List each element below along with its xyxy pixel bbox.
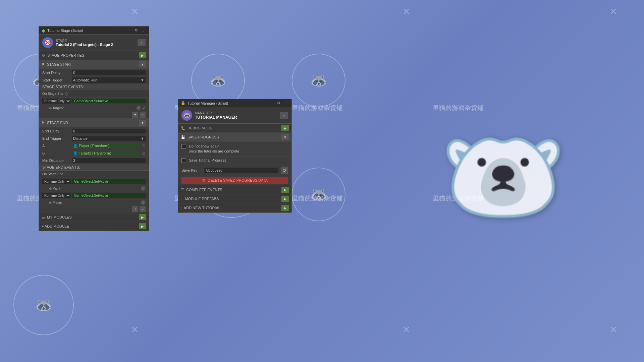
- remove-event-btn-2[interactable]: −: [140, 206, 146, 212]
- stage-end-label: ⚑ STAGE END: [42, 121, 139, 125]
- raccoon-circle-7: 🦝: [13, 275, 74, 335]
- cross-deco-1: ✕: [131, 6, 139, 17]
- b-field-row: B 👤 Target2 (Transform) ⊙: [39, 149, 149, 157]
- b-link-icon: ⊙: [142, 151, 146, 156]
- tm-title: Tutorial Manager (Script): [187, 101, 274, 105]
- delete-btn-row: 🗑 DELETE SAVED PROGRESS DATA: [178, 175, 291, 185]
- end-trigger-row: End Trigger Distance ▼: [39, 135, 149, 142]
- delete-progress-btn[interactable]: 🗑 DELETE SAVED PROGRESS DATA: [181, 177, 288, 184]
- stage-start-toggle-btn[interactable]: ▼: [139, 61, 146, 67]
- cross-deco-2: ✕: [402, 6, 410, 17]
- modules-icon: ☰: [42, 215, 45, 220]
- a-link-icon: ⊙: [142, 143, 146, 148]
- my-modules-run-btn[interactable]: ▶: [139, 214, 146, 220]
- runtime-only-select-2[interactable]: Runtime Only: [42, 179, 71, 184]
- character-area: 🐻‍❄️: [402, 27, 604, 328]
- delete-icon: 🗑: [202, 178, 206, 182]
- complete-events-label: ☰ COMPLETE EVENTS: [181, 188, 281, 192]
- end-trigger-dropdown-icon[interactable]: ▼: [141, 136, 144, 140]
- my-modules-row: ☰ MY MODULES ▶: [39, 213, 149, 222]
- on-stage-end-row: On Stage End: [39, 171, 149, 178]
- target2-row: ⊙ Target2 ○ ✓: [39, 105, 149, 111]
- tm-menu-icon[interactable]: ⋮: [283, 101, 289, 106]
- a-label: A: [42, 144, 69, 148]
- save-key-refresh-btn[interactable]: ↺: [281, 167, 288, 174]
- stage-start-row: ⚑ STAGE START ▼: [39, 60, 149, 69]
- debug-mode-label: 🐛 DEBUG MODE: [181, 126, 281, 130]
- stage-expand-btn[interactable]: »: [138, 39, 146, 46]
- stage-properties-row: ⚙ STAGE PROPERTIES ▶: [39, 51, 149, 60]
- save-key-input[interactable]: [204, 168, 278, 173]
- module-prefabs-run-btn[interactable]: ▶: [281, 196, 289, 202]
- end-trigger-value: Distance: [73, 136, 88, 140]
- remove-event-btn[interactable]: −: [140, 112, 146, 118]
- do-not-show-row: Do not show again once the tutorials are…: [178, 142, 291, 156]
- stage-end-toggle-btn[interactable]: ▼: [139, 120, 146, 126]
- player-label: ⊙ Player: [49, 201, 62, 204]
- tm-titlebar: 🔒 Tutorial Manager (Script) ⚙ ⋮: [178, 99, 291, 107]
- save-progress-label: 💾 SAVE PROGRESS: [181, 135, 281, 139]
- stage-panel-settings-icon[interactable]: ⚙: [133, 28, 139, 33]
- complete-events-run-btn[interactable]: ▶: [281, 187, 289, 193]
- tm-settings-icon[interactable]: ⚙: [276, 101, 281, 106]
- cross-deco-4: ✕: [131, 324, 139, 335]
- add-tutorial-label: + ADD NEW TUTORIAL: [181, 206, 281, 210]
- add-tutorial-row: + ADD NEW TUTORIAL ▶: [178, 203, 291, 213]
- do-not-show-checkbox[interactable]: [181, 144, 186, 149]
- start-delay-value: 0: [72, 70, 146, 75]
- stage-header-value: Tutorial 2 (Find targets) - Stage 2: [56, 43, 113, 47]
- add-tutorial-run-btn[interactable]: ▶: [281, 205, 289, 211]
- add-remove-buttons-2: + −: [39, 205, 149, 213]
- stage-end-row: ⚑ STAGE END ▼: [39, 118, 149, 127]
- add-event-btn-2[interactable]: +: [132, 206, 138, 212]
- stage-panel-menu-icon[interactable]: ⋮: [141, 28, 146, 33]
- game-object-set-active-2: GameObject.SetActive: [72, 179, 146, 184]
- cross-deco-3: ✕: [609, 6, 617, 17]
- add-remove-buttons: + −: [39, 111, 149, 118]
- end-trigger-label: End Trigger: [42, 136, 69, 140]
- add-event-btn[interactable]: +: [132, 112, 138, 118]
- start-trigger-dropdown-icon[interactable]: ▼: [141, 78, 144, 82]
- save-icon: 💾: [181, 135, 185, 139]
- stage-header-icon: 🎯: [42, 37, 53, 48]
- module-prefabs-icon: +: [181, 197, 183, 201]
- tm-header-titles: MANAGER TUTORIAL MANAGER: [195, 111, 237, 120]
- save-progress-toggle-btn[interactable]: ▼: [281, 134, 289, 140]
- debug-mode-run-btn[interactable]: ▶: [281, 125, 289, 131]
- debug-icon: 🐛: [181, 126, 185, 130]
- do-not-show-label: Do not show again once the tutorials are…: [189, 144, 239, 154]
- complete-events-row: ☰ COMPLETE EVENTS ▶: [178, 185, 291, 194]
- tutorial-manager-panel: 🔒 Tutorial Manager (Script) ⚙ ⋮ 🦝 MANAGE…: [178, 99, 292, 213]
- tm-header: 🦝 MANAGER TUTORIAL MANAGER »: [178, 107, 291, 124]
- stage-header-label: STAGE: [56, 39, 113, 43]
- min-distance-value: 3: [72, 158, 146, 163]
- end-delay-row: End Delay 0: [39, 127, 149, 135]
- save-tutorial-checkbox[interactable]: [181, 158, 186, 163]
- stage-panel-title: Tutorial Stage (Script): [47, 28, 131, 33]
- start-trigger-row: Start Trigger Automatic Run ▼: [39, 76, 149, 84]
- paint-label: ⊙ Paint: [49, 187, 60, 190]
- b-value: 👤 Target2 (Transform): [72, 151, 139, 156]
- properties-gear-icon: ⚙: [42, 53, 45, 58]
- player-circle: ○: [141, 200, 146, 205]
- add-module-row: + ADD MODULE ▶: [39, 222, 149, 231]
- end-delay-label: End Delay: [42, 129, 69, 133]
- tm-expand-btn[interactable]: »: [280, 112, 288, 119]
- game-object-set-active: GameObject.SetActive: [72, 99, 146, 103]
- paint-circle: ○: [141, 186, 146, 191]
- tm-manager-label: MANAGER: [195, 111, 237, 115]
- stage-properties-run-btn[interactable]: ▶: [139, 52, 146, 58]
- end-flag-icon: ⚑: [42, 121, 45, 125]
- save-progress-row: 💾 SAVE PROGRESS ▼: [178, 133, 291, 142]
- stage-panel: ◆ Tutorial Stage (Script) ⚙ ⋮ 🎯 STAGE Tu…: [39, 26, 149, 231]
- on-stage-start-label: On Stage Start (): [42, 92, 146, 96]
- start-trigger-value: Automatic Run: [73, 78, 97, 82]
- runtime-only-select[interactable]: Runtime Only: [42, 99, 71, 104]
- runtime-only-select-3[interactable]: Runtime Only: [42, 193, 71, 198]
- min-distance-row: Min Distance 3: [39, 157, 149, 164]
- add-module-btn[interactable]: ▶: [139, 223, 146, 229]
- module-prefabs-label: + MODULE PREFABS: [181, 197, 281, 201]
- start-delay-row: Start Delay 0: [39, 69, 149, 76]
- runtime-only-row: Runtime Only GameObject.SetActive: [39, 98, 149, 105]
- raccoon-circle-3: 🦝: [292, 54, 345, 107]
